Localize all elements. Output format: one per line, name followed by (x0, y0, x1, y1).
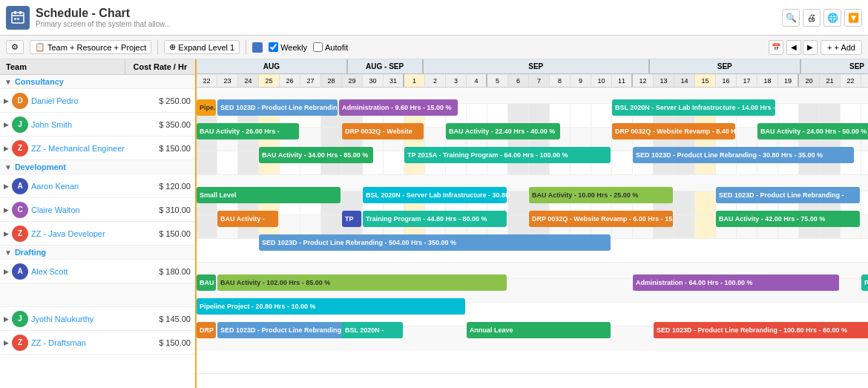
weekly-checkbox-label[interactable]: Weekly (269, 42, 307, 52)
expand-alex-icon[interactable]: ▶ (0, 268, 12, 275)
expand-zz-java-icon[interactable]: ▶ (0, 230, 12, 237)
settings-btn[interactable]: ⚙ (6, 40, 24, 54)
resource-name-zz-mech[interactable]: ZZ - Mechanical Engineer (31, 144, 136, 153)
add-btn[interactable]: + + Add (821, 40, 862, 55)
filter-icon-btn[interactable]: 🔽 (844, 9, 862, 27)
gantt-panel[interactable]: AUG AUG - SEP SEP SEP SEP SEP - OCT 22 2… (197, 59, 868, 388)
cost-john: $ 350.00 (136, 120, 195, 129)
bar-claire-5[interactable]: BAU Activity - 42.00 Hrs - 75.00 % (716, 211, 860, 227)
bar-daniel-1[interactable]: Pipe.. (197, 99, 216, 116)
expand-jyothi-icon[interactable]: ▶ (0, 315, 12, 323)
bar-zzmech-1[interactable]: BAU Activity - 34.00 Hrs - 85.00 % (259, 147, 373, 163)
bar-claire-2[interactable]: TP (342, 211, 361, 227)
expand-claire-icon[interactable]: ▶ (0, 206, 12, 214)
group-consultancy[interactable]: ▼ Consultancy (0, 75, 195, 89)
bar-zzmech-2[interactable]: TP 2015A - Training Program - 64.00 Hrs … (404, 147, 611, 163)
cost-zz-java: $ 150.00 (136, 229, 195, 238)
expand-zz-draft-icon[interactable]: ▶ (0, 339, 12, 346)
bar-john-2[interactable]: DRP 0032Q - Website (342, 123, 424, 139)
main-content: Team Cost Rate / Hr ▼ Consultancy ▶ D Da… (0, 59, 868, 388)
date-17: 17 (737, 74, 757, 87)
avatar-zz-draft: Z (12, 335, 28, 351)
avatar-john: J (12, 116, 28, 133)
globe-icon-btn[interactable]: 🌐 (823, 9, 841, 27)
date-19: 19 (778, 74, 799, 87)
group-drafting[interactable]: ▼ Drafting (0, 246, 195, 260)
weekly-label: Weekly (280, 43, 307, 52)
bar-john-1[interactable]: BAU Activity - 26.00 Hrs - (197, 123, 299, 139)
bar-aaron-1[interactable]: Small Level (197, 187, 341, 203)
bar-claire-3[interactable]: Training Program - 44.80 Hrs - 80.00 % (363, 211, 507, 227)
expand-label: Expand Level 1 (178, 43, 234, 52)
bar-daniel-4[interactable]: BSL 2020N - Server Lab Infrastructure - … (612, 99, 775, 116)
bar-john-4[interactable]: DRP 0032Q - Website Revamp - 8.40 Hrs - … (612, 123, 735, 139)
bar-alex-2[interactable]: BAU Activity - 102.00 Hrs - 85.00 % (217, 274, 507, 291)
group-development[interactable]: ▼ Development (0, 160, 195, 174)
bar-alex-1[interactable]: BAU (197, 274, 216, 291)
bar-claire-4[interactable]: DRP 0032Q - Website Revamp - 6.00 Hrs - … (529, 211, 673, 227)
bar-john-5[interactable]: BAU Activity - 24.00 Hrs - 50.00 % (757, 123, 868, 139)
expand-zz-mech-icon[interactable]: ▶ (0, 145, 12, 152)
resource-row-claire: ▶ C Claire Walton $ 310.00 (0, 198, 195, 222)
gantt-row-zz-java: SED 1023D - Product Line Rebranding - 50… (197, 239, 868, 263)
prev-btn[interactable]: ◀ (786, 40, 801, 55)
bar-jyothi-4[interactable]: Annual Leave (467, 322, 611, 338)
date-2: 2 (425, 74, 446, 87)
bar-daniel-2[interactable]: SED 1023D - Product Line Rebranding - (217, 99, 338, 116)
date-7: 7 (529, 74, 550, 87)
expand-drafting-icon: ▼ (4, 249, 12, 257)
resource-name-zz-draft[interactable]: ZZ - Draftsman (31, 338, 136, 347)
resource-row-john: ▶ J John Smith $ 350.00 (0, 113, 195, 137)
resource-name-daniel[interactable]: Daniel Pedro (31, 96, 136, 105)
calendar-btn[interactable]: 📅 (769, 40, 783, 55)
expand-john-icon[interactable]: ▶ (0, 121, 12, 128)
bar-alex-sub-1[interactable]: Pipeline Project - 20.80 Hrs - 10.00 % (197, 298, 465, 315)
resource-name-jyothi[interactable]: Jyothi Nalukurthy (31, 315, 136, 323)
bar-zzjava-1[interactable]: SED 1023D - Product Line Rebranding - 50… (259, 234, 611, 251)
avatar-aaron: A (12, 178, 28, 194)
weekly-checkbox[interactable] (269, 42, 278, 52)
svg-rect-2 (14, 11, 16, 14)
resource-row-aaron: ▶ A Aaron Kenan $ 120.00 (0, 174, 195, 198)
bar-aaron-2[interactable]: BSL 2020N - Server Lab Infrastructure - … (363, 187, 507, 203)
cost-daniel: $ 250.00 (136, 96, 195, 105)
resource-name-john[interactable]: John Smith (31, 120, 136, 129)
bar-claire-1[interactable]: BAU Activity - (217, 211, 278, 227)
next-btn[interactable]: ▶ (803, 40, 818, 55)
autofit-label: Autofit (325, 43, 348, 52)
header-actions: 🔍 🖨 🌐 🔽 (782, 9, 862, 27)
autofit-checkbox-label[interactable]: Autofit (313, 42, 348, 52)
bar-jyothi-1[interactable]: DRP (197, 322, 216, 338)
date-11: 11 (612, 74, 633, 87)
expand-btn[interactable]: ⊕ Expand Level 1 (164, 40, 240, 54)
resource-row-jyothi: ▶ J Jyothi Nalukurthy $ 145.00 (0, 307, 195, 331)
bar-zzmech-3[interactable]: SED 1023D - Product Line Rebranding - 30… (633, 147, 854, 163)
app-subtitle: Primary screen of the system that allow.… (36, 20, 171, 28)
autofit-checkbox[interactable] (313, 42, 323, 52)
date-23b: 23 (861, 74, 868, 87)
bar-aaron-4[interactable]: SED 1023D - Product Line Rebranding - (716, 187, 860, 203)
left-panel: Team Cost Rate / Hr ▼ Consultancy ▶ D Da… (0, 59, 197, 388)
expand-daniel-icon[interactable]: ▶ (0, 97, 12, 105)
bar-jyothi-5[interactable]: SED 1023D - Product Line Rebranding - 10… (654, 322, 868, 338)
header-text: Schedule - Chart Primary screen of the s… (36, 7, 171, 28)
date-22: 22 (197, 74, 217, 87)
bar-jyothi-2[interactable]: SED 1023D - Product Line Rebranding - (217, 322, 361, 338)
bar-daniel-3[interactable]: Administration - 9.60 Hrs - 15.00 % (339, 99, 458, 116)
bar-alex-3[interactable]: Administration - 64.00 Hrs - 100.00 % (633, 274, 839, 291)
bar-alex-4[interactable]: Pipeline Project - 32.0... (861, 274, 868, 291)
resource-name-claire[interactable]: Claire Walton (31, 205, 136, 214)
resource-name-aaron[interactable]: Aaron Kenan (31, 182, 136, 191)
search-icon-btn[interactable]: 🔍 (782, 9, 800, 27)
resource-name-zz-java[interactable]: ZZ - Java Developer (31, 229, 136, 238)
bar-aaron-3[interactable]: BAU Activity - 10.00 Hrs - 25.00 % (529, 187, 673, 203)
date-4: 4 (467, 74, 487, 87)
bar-john-3[interactable]: BAU Activity - 22.40 Hrs - 40.00 % (446, 123, 560, 139)
cost-zz-mech: $ 150.00 (136, 144, 195, 153)
team-resource-btn[interactable]: 📋 Team + Resource + Project (30, 40, 151, 54)
bar-jyothi-3[interactable]: BSL 2020N - (342, 322, 403, 338)
resource-name-alex[interactable]: Alex Scott (31, 267, 136, 276)
print-icon-btn[interactable]: 🖨 (803, 9, 821, 27)
expand-aaron-icon[interactable]: ▶ (0, 183, 12, 190)
cost-column-header: Cost Rate / Hr (125, 59, 195, 74)
